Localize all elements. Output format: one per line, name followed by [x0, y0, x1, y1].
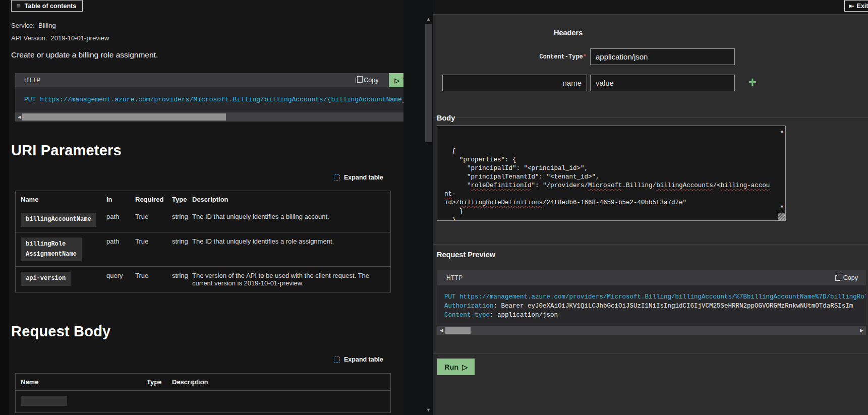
scroll-up-icon[interactable]: ▲: [426, 17, 431, 22]
scroll-down-icon[interactable]: ▼: [780, 204, 784, 209]
request-body-editor[interactable]: { "properties": { "principalId": "<princ…: [437, 126, 786, 221]
api-version-line: API Version:2019-10-01-preview: [11, 34, 109, 42]
param-name-chip: [21, 396, 67, 406]
table-row: api-versionqueryTruestringThe version of…: [16, 266, 390, 292]
scroll-left-icon[interactable]: ◀: [18, 114, 21, 120]
request-preview-heading: Request Preview: [437, 251, 495, 259]
table-cell: path: [101, 232, 130, 267]
table-cell: The ID that uniquely identifies a billin…: [187, 208, 390, 232]
request-url-codeblock: HTTP Copy ▷ Try It PUT https://managemen…: [15, 73, 429, 122]
header-value-input[interactable]: [590, 75, 735, 91]
header-name-input[interactable]: [442, 75, 587, 91]
codeblock-language-label: HTTP: [446, 274, 463, 281]
column-header: Description: [187, 191, 390, 208]
column-header: Name: [16, 374, 142, 390]
copy-button-label: Copy: [843, 274, 858, 281]
body-section-heading: Body: [437, 114, 455, 122]
request-preview-codeblock: HTTP Copy PUT https://management.azure.c…: [437, 270, 866, 335]
table-row: billingRole AssignmentNamepathTruestring…: [16, 232, 390, 267]
api-version-label: API Version:: [11, 34, 47, 42]
body-editor-content: { "properties": { "principalId": "<princ…: [444, 130, 772, 221]
expand-table-link-uri[interactable]: Expand table: [334, 174, 383, 181]
page-title: Create or update a billing role assignme…: [11, 50, 158, 60]
column-header: Type: [142, 374, 167, 390]
uri-parameters-table: NameInRequiredTypeDescription billingAcc…: [15, 191, 391, 292]
column-header: Name: [16, 191, 101, 208]
try-panel-scrollbar-thumb[interactable]: [425, 24, 432, 142]
request-url-text: PUT https://management.azure.com/provide…: [24, 95, 429, 104]
section-divider: [433, 353, 868, 354]
table-row: [16, 390, 390, 412]
expand-table-icon: [334, 357, 340, 363]
codeblock-toolbar: HTTP Copy ▷ Try It: [15, 73, 429, 87]
section-divider: [433, 117, 868, 118]
column-header: In: [101, 191, 130, 208]
table-of-contents-button[interactable]: ≡ Table of contents: [11, 0, 83, 12]
codeblock-language-label: HTTP: [24, 77, 41, 84]
table-cell: query: [101, 267, 130, 292]
run-button-label: Run: [444, 363, 458, 371]
try-it-panel: Headers Content-Type* + Body { "properti…: [433, 14, 868, 415]
expand-table-link-body[interactable]: Expand table: [334, 356, 383, 363]
scrollbar-thumb[interactable]: [445, 327, 471, 334]
scroll-right-icon[interactable]: ▶: [860, 327, 863, 333]
copy-button[interactable]: Copy: [353, 76, 381, 84]
codeblock-horizontal-scrollbar[interactable]: ◀ ▶: [15, 112, 429, 122]
expand-table-icon: [334, 174, 340, 181]
uri-parameters-heading: URI Parameters: [11, 142, 122, 159]
table-header-row: NameTypeDescription: [16, 374, 390, 390]
table-cell: True: [130, 208, 167, 232]
preview-code-line: PUT https://management.azure.com/provide…: [444, 292, 866, 302]
request-preview-code: PUT https://management.azure.com/provide…: [437, 285, 866, 326]
table-row: billingAccountNamepathTruestringThe ID t…: [16, 208, 390, 232]
preview-code-line: Authorization: Bearer eyJ0eXAiOiJKV1QiLC…: [444, 302, 866, 311]
content-type-label: Content-Type*: [481, 53, 587, 61]
required-asterisk: *: [583, 53, 587, 61]
play-outline-icon: ▷: [462, 363, 468, 371]
scroll-left-icon[interactable]: ◀: [440, 327, 443, 333]
run-button[interactable]: Run ▷: [437, 359, 475, 375]
codeblock-toolbar: HTTP Copy: [437, 270, 866, 285]
service-label: Service:: [11, 22, 35, 29]
scroll-down-icon[interactable]: ▼: [426, 407, 431, 412]
table-cell: string: [167, 208, 187, 232]
section-divider: [433, 244, 868, 245]
resize-grip[interactable]: [778, 213, 785, 220]
table-cell: string: [167, 232, 187, 267]
codeblock-horizontal-scrollbar[interactable]: ◀ ▶: [437, 326, 866, 335]
hamburger-icon: ≡: [17, 3, 21, 9]
content-type-label-text: Content-Type: [539, 53, 583, 61]
content-type-input[interactable]: [590, 48, 735, 65]
exit-focus-label: Exit focus mode: [856, 3, 868, 10]
add-header-button[interactable]: +: [745, 75, 760, 89]
return-arrow-icon: ⇤: [849, 2, 854, 10]
table-cell: The ID that uniquely identifies a role a…: [187, 232, 390, 267]
request-body-table: NameTypeDescription: [15, 373, 391, 413]
copy-icon: [356, 78, 360, 83]
api-version-value: 2019-10-01-preview: [51, 34, 109, 42]
toc-button-label: Table of contents: [25, 3, 77, 10]
param-name-chip: billingAccountName: [21, 213, 96, 227]
collapsed-nav-rail: [0, 0, 9, 415]
copy-icon: [835, 275, 840, 281]
column-header: Type: [167, 191, 187, 208]
service-value: Billing: [38, 22, 56, 29]
exit-focus-mode-button[interactable]: ⇤ Exit focus mode: [844, 0, 868, 12]
param-name-chip: api-version: [21, 272, 71, 286]
request-url-code: PUT https://management.azure.com/provide…: [15, 87, 429, 112]
request-body-heading: Request Body: [11, 323, 110, 340]
service-line: Service:Billing: [11, 22, 56, 29]
scroll-up-icon[interactable]: ▲: [780, 129, 784, 134]
copy-button[interactable]: Copy: [832, 274, 861, 282]
table-cell: The version of the API to be used with t…: [187, 267, 390, 292]
param-name-chip: billingRole AssignmentName: [21, 238, 82, 262]
table-cell: True: [130, 267, 167, 292]
play-outline-icon: ▷: [395, 77, 400, 84]
table-cell: path: [101, 208, 130, 232]
table-cell: True: [130, 232, 167, 267]
table-cell: string: [167, 267, 187, 292]
expand-table-label: Expand table: [344, 356, 383, 363]
table-header-row: NameInRequiredTypeDescription: [16, 191, 390, 208]
headers-section-heading: Headers: [554, 29, 583, 37]
scrollbar-thumb[interactable]: [22, 113, 226, 121]
